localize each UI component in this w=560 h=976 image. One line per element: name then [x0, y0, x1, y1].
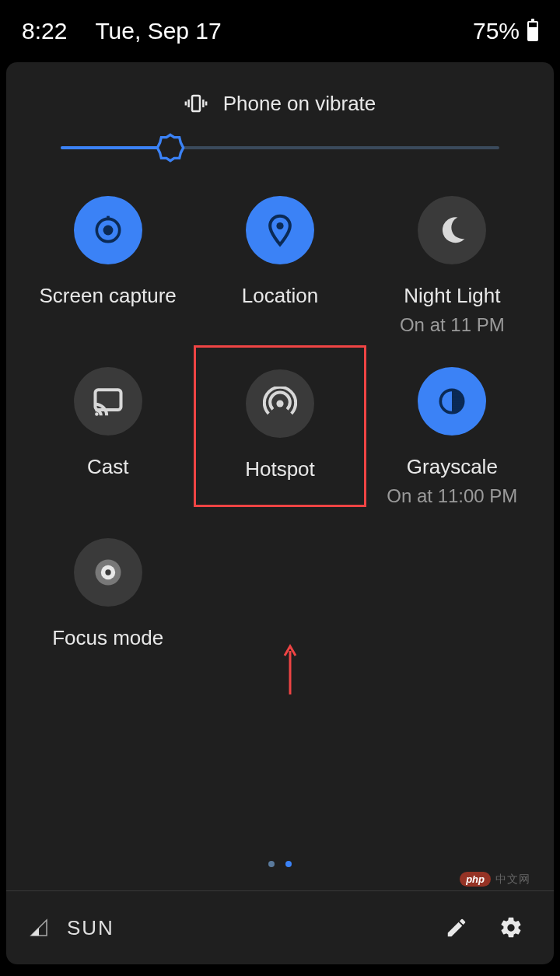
quick-settings-panel: Phone on vibrate Screen captureLocationN…: [6, 62, 554, 964]
cast-icon: [91, 384, 125, 418]
moon-icon: [435, 213, 469, 247]
page-indicator[interactable]: [6, 861, 554, 867]
tile-button-grayscale[interactable]: [418, 367, 486, 436]
status-date: Tue, Sep 17: [95, 18, 221, 44]
tile-label: Screen capture: [40, 283, 177, 310]
gear-icon: [499, 915, 523, 940]
svg-rect-0: [192, 96, 200, 111]
brightness-thumb-icon[interactable]: [155, 132, 186, 163]
tile-hotspot[interactable]: Hotspot: [194, 345, 366, 507]
ringer-status[interactable]: Phone on vibrate: [6, 84, 554, 123]
tile-button-screen-capture[interactable]: [74, 196, 142, 264]
svg-point-11: [95, 412, 98, 415]
pin-icon: [263, 213, 297, 247]
hotspot-icon: [263, 387, 297, 421]
tile-grayscale[interactable]: GrayscaleOn at 11:00 PM: [366, 367, 538, 507]
battery-percent: 75%: [473, 18, 520, 44]
tile-label: Cast: [87, 454, 128, 481]
panel-footer: SUN: [6, 890, 554, 964]
tile-button-location[interactable]: [246, 196, 314, 264]
status-bar: 8:22 Tue, Sep 17 75%: [0, 0, 560, 62]
tile-button-hotspot[interactable]: [246, 369, 314, 438]
tile-button-cast[interactable]: [74, 367, 142, 436]
svg-point-12: [276, 400, 283, 407]
ringer-label: Phone on vibrate: [223, 92, 376, 116]
pager-dot[interactable]: [268, 861, 275, 867]
tile-night-light[interactable]: Night LightOn at 11 PM: [366, 196, 538, 336]
slider-fill: [61, 146, 170, 149]
status-left: 8:22 Tue, Sep 17: [22, 18, 222, 44]
status-right: 75%: [473, 18, 538, 44]
tile-screen-capture[interactable]: Screen capture: [22, 196, 194, 336]
battery-icon: [527, 21, 538, 41]
svg-point-21: [105, 569, 110, 575]
svg-rect-10: [95, 390, 121, 410]
carrier-info[interactable]: SUN: [30, 916, 114, 940]
annotation-arrow-icon: [282, 642, 298, 696]
vibrate-icon: [184, 92, 208, 115]
watermark-text: 中文网: [495, 873, 530, 887]
brightness-slider[interactable]: [6, 123, 554, 173]
tile-cast[interactable]: Cast: [22, 367, 194, 507]
tiles-grid: Screen captureLocationNight LightOn at 1…: [6, 173, 554, 651]
tile-label: Hotspot: [245, 457, 315, 483]
slider-track: [61, 146, 499, 149]
camera-icon: [91, 213, 125, 247]
pager-dot[interactable]: [285, 861, 292, 867]
svg-point-9: [276, 222, 283, 229]
signal-icon: [30, 918, 48, 937]
tile-label: Night Light: [404, 283, 500, 310]
tile-label: Focus mode: [52, 625, 163, 652]
pencil-icon: [445, 916, 468, 939]
tile-sublabel: On at 11 PM: [400, 314, 505, 336]
carrier-name: SUN: [67, 916, 114, 940]
tile-sublabel: On at 11:00 PM: [387, 485, 517, 507]
status-time: 8:22: [22, 18, 67, 44]
focus-icon: [91, 555, 125, 589]
settings-button[interactable]: [492, 908, 530, 947]
grayscale-icon: [435, 384, 469, 418]
watermark-pill: php: [460, 872, 491, 887]
svg-point-7: [103, 226, 113, 236]
edit-button[interactable]: [437, 908, 476, 947]
tile-button-night-light[interactable]: [418, 196, 486, 264]
watermark: php 中文网: [460, 872, 530, 887]
tile-location[interactable]: Location: [194, 196, 366, 336]
svg-marker-5: [157, 135, 183, 160]
svg-rect-8: [107, 216, 110, 221]
tile-label: Grayscale: [407, 454, 498, 481]
tile-label: Location: [242, 283, 318, 310]
tile-focus-mode[interactable]: Focus mode: [22, 538, 194, 652]
tile-button-focus-mode[interactable]: [74, 538, 142, 607]
